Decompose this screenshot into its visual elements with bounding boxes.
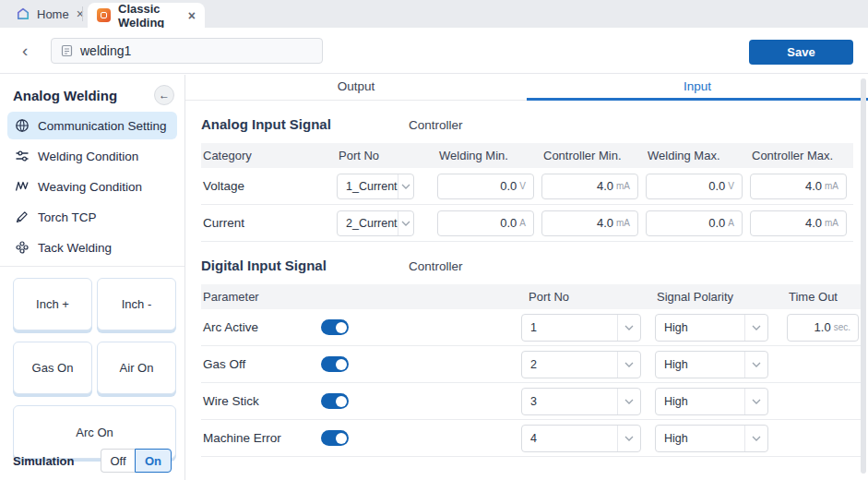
chevron-down-icon [744,315,767,341]
polarity-select[interactable]: High [655,425,768,452]
tab-separator [82,6,83,21]
welding-min-input[interactable]: 0.0V [437,174,534,199]
analog-section-subtitle: Controller [409,118,463,132]
simulation-on-button[interactable]: On [135,449,172,473]
enable-toggle[interactable] [321,430,349,446]
table-row: Arc Active 1 High 1.0sec. [201,309,861,346]
category-label: Voltage [201,179,337,193]
controller-min-input[interactable]: 4.0mA [541,174,638,199]
timeout-input[interactable]: 1.0sec. [787,314,859,342]
column-header: Controller Min. [541,149,646,162]
inch-minus-button[interactable]: Inch - [97,278,176,330]
simulation-row: Simulation Off On [0,449,184,473]
close-icon[interactable]: × [188,9,196,22]
controller-max-input[interactable]: 4.0mA [750,174,847,199]
program-name-input[interactable]: welding1 [51,38,323,64]
chevron-down-icon [617,389,640,414]
pen-icon [15,210,30,224]
sidebar-item-torch-tcp[interactable]: Torch TCP [7,203,177,231]
sidebar-item-weaving-condition[interactable]: Weaving Condition [7,173,177,200]
vertical-scrollbar[interactable] [861,78,866,474]
controller-min-input[interactable]: 4.0mA [541,210,638,236]
sidebar-item-label: Welding Condition [38,150,138,163]
port-select[interactable]: 3 [521,388,641,415]
main-panel: Output Input Analog Input Signal Control… [185,75,868,480]
sidebar-item-communication-setting[interactable]: Communication Setting [7,112,177,139]
simulation-off-button[interactable]: Off [101,449,135,473]
sidebar-item-tack-welding[interactable]: Tack Welding [7,234,177,261]
tack-icon [15,240,30,255]
port-select[interactable]: 1 [521,314,641,342]
sidebar-menu: Communication Setting Welding Condition … [0,112,184,261]
sidebar-item-welding-condition[interactable]: Welding Condition [7,142,177,170]
welding-min-input[interactable]: 0.0A [437,210,534,236]
classic-welding-app-icon [97,8,111,22]
column-header: Signal Polarity [655,290,787,304]
parameter-label: Gas Off [201,357,321,371]
globe-icon [15,118,30,133]
back-button[interactable]: ‹ [22,40,28,62]
controller-max-input[interactable]: 4.0mA [750,210,847,236]
sidebar: Analog Welding ← Communication Setting W [0,75,185,480]
polarity-select[interactable]: High [655,314,768,342]
io-tabs: Output Input [185,75,868,101]
chevron-down-icon [617,315,640,341]
polarity-select[interactable]: High [655,351,768,378]
polarity-select[interactable]: High [655,388,768,415]
tab-output[interactable]: Output [185,75,527,101]
welding-max-input[interactable]: 0.0V [646,174,743,199]
gas-on-button[interactable]: Gas On [13,342,92,394]
collapse-sidebar-button[interactable]: ← [154,85,174,105]
sidebar-title: Analog Welding [13,88,117,103]
analog-section-title: Analog Input Signal [201,116,331,132]
column-header: Welding Max. [646,149,750,162]
chevron-down-icon [744,426,767,451]
simulation-label: Simulation [13,454,74,468]
column-header: Welding Min. [437,149,541,162]
save-button[interactable]: Save [749,40,853,65]
port-select[interactable]: 1_Current [337,174,414,199]
tab-input[interactable]: Input [527,75,868,101]
column-header: Port No [521,290,655,304]
analog-table-header: Category Port No Welding Min. Controller… [201,143,853,168]
air-on-button[interactable]: Air On [97,342,176,394]
parameter-label: Machine Error [201,431,321,445]
home-app-icon [17,7,30,20]
chevron-down-icon [398,211,413,235]
column-header: Controller Max. [750,149,853,162]
tab-home-label: Home [37,7,69,21]
enable-toggle[interactable] [321,393,349,409]
table-row: Voltage 1_Current 0.0V 4.0mA 0.0V 4.0mA [201,168,853,205]
sidebar-item-label: Tack Welding [38,241,112,255]
column-header: Parameter [201,290,521,304]
tab-bar: Home × Classic Welding × [0,0,868,28]
chevron-down-icon [617,352,640,378]
chevron-down-icon [744,352,767,378]
document-icon [61,44,73,57]
sidebar-item-label: Weaving Condition [38,180,142,194]
tab-classic-welding[interactable]: Classic Welding × [88,3,205,28]
program-name-value: welding1 [80,43,131,58]
tab-classic-welding-label: Classic Welding [118,2,181,30]
enable-toggle[interactable] [321,319,349,335]
parameter-label: Wire Stick [201,394,321,408]
table-row: Current 2_Current 0.0A 4.0mA 0.0A 4.0mA [201,205,853,242]
table-row: Wire Stick 3 High [201,383,861,420]
sidebar-item-label: Torch TCP [38,210,97,224]
tab-home[interactable]: Home × [7,0,93,28]
enable-toggle[interactable] [321,356,349,372]
port-select[interactable]: 4 [521,425,641,452]
chevron-down-icon [398,174,413,198]
table-row: Machine Error 4 High [201,420,861,457]
chevron-down-icon [744,389,767,414]
port-select[interactable]: 2 [521,351,641,378]
welding-max-input[interactable]: 0.0A [646,210,743,236]
digital-table-header: Parameter Port No Signal Polarity Time O… [201,284,861,309]
chevron-down-icon [617,426,640,451]
arrow-left-icon: ← [159,89,170,102]
table-row: Gas Off 2 High [201,346,861,383]
inch-plus-button[interactable]: Inch + [13,278,92,330]
column-header: Port No [337,149,437,162]
port-select[interactable]: 2_Current [337,210,414,236]
sidebar-item-label: Communication Setting [38,119,167,133]
